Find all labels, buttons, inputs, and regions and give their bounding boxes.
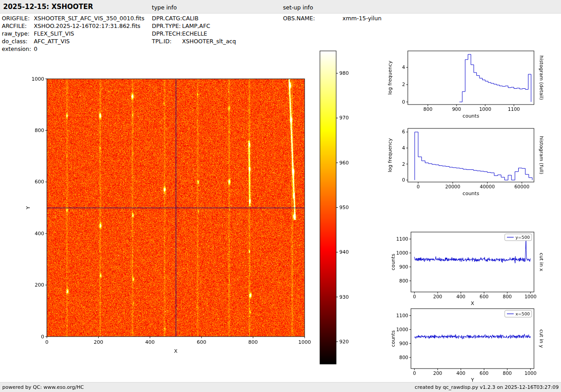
y-axis-label: log frequency: [387, 60, 393, 95]
x-tick-label: 0: [413, 294, 416, 299]
x-tick-label: 200: [94, 339, 103, 345]
right-axis-label: histogram (full): [538, 136, 544, 174]
x-tick-label: 1000: [479, 106, 491, 112]
type-info-block: DPR.CATG:CALIB DPR.TYPE:LAMP,AFC DPR.TEC…: [152, 14, 236, 45]
x-axis-label: counts: [463, 113, 479, 119]
footer-created-by: created by qc_rawdisp.py v1.2.3 on 2025-…: [415, 384, 559, 390]
y-tick-label: 2: [402, 161, 405, 167]
y-tick-label: 600: [35, 179, 44, 185]
plot-frame: [408, 128, 534, 182]
x-tick-label: 40000: [480, 184, 495, 189]
colorbar-tick-label: 980: [339, 70, 349, 76]
info-row: TPL.ID:XSHOOTER_slt_acq: [152, 37, 236, 45]
colorbar-tick-label: 920: [339, 339, 349, 345]
colorbar-canvas: [320, 51, 336, 364]
x-tick-label: 400: [456, 370, 465, 376]
x-tick-label: 900: [452, 106, 461, 112]
info-value: FLEX_SLIT_VIS: [34, 30, 74, 37]
y-tick-label: 900: [399, 341, 408, 346]
y-tick-label: 6: [402, 129, 405, 134]
info-label: extension:: [2, 45, 34, 53]
plot-frame: [411, 309, 534, 369]
x-tick-label: 0: [46, 339, 49, 345]
data-line: [415, 132, 532, 180]
info-row: ORIGFILE:XSHOOTER_SLT_AFC_VIS_350_0010.f…: [2, 14, 144, 22]
x-tick-label: 800: [503, 370, 512, 376]
info-row: DPR.TYPE:LAMP,AFC: [152, 22, 236, 30]
colorbar-tick-label: 940: [339, 249, 349, 255]
y-tick-label: 4: [402, 145, 405, 150]
info-label: ARCFILE:: [2, 22, 34, 30]
info-value: CALIB: [182, 14, 199, 22]
panel-cut_in_y: 0200400600800100080090010001100Ycountscu…: [390, 309, 544, 383]
info-row: do_class:AFC_ATT_VIS: [2, 37, 144, 45]
info-value: 0: [34, 45, 37, 53]
legend-box: [505, 234, 532, 241]
x-tick-label: 600: [479, 294, 488, 299]
info-value: XSHOOTER_slt_acq: [182, 37, 236, 45]
data-line: [415, 334, 531, 339]
info-label: do_class:: [2, 37, 34, 45]
info-row: extension:0: [2, 45, 144, 53]
y-tick-label: 1000: [32, 76, 44, 82]
x-tick-label: 0: [413, 370, 416, 376]
y-tick-label: 800: [399, 278, 408, 283]
x-tick-label: 0: [417, 184, 420, 189]
colorbar-tick-label: 950: [339, 205, 349, 210]
info-value: XSHOOTER_SLT_AFC_VIS_350_0010.fits: [34, 14, 144, 22]
colorbar-tick-label: 930: [339, 294, 349, 300]
qc-report-page: 2025-12-15: XSHOOTER type info set-up in…: [0, 0, 561, 392]
y-tick-label: 0: [41, 334, 44, 340]
x-tick-label: 600: [479, 370, 488, 376]
colorbar-tick-label: 960: [339, 160, 349, 166]
right-axis-label: histogram (detail): [538, 55, 544, 100]
info-label: OBS.NAME:: [283, 14, 342, 22]
file-info-block: ORIGFILE:XSHOOTER_SLT_AFC_VIS_350_0010.f…: [2, 14, 144, 53]
info-label: raw_type:: [2, 30, 34, 37]
info-value: LAMP,AFC: [182, 22, 210, 30]
x-tick-label: 600: [197, 339, 206, 345]
info-row: raw_type:FLEX_SLIT_VIS: [2, 30, 144, 37]
legend-label: y=500: [515, 235, 530, 240]
y-tick-label: 1100: [396, 236, 408, 242]
right-axis-label: cut in x: [538, 253, 544, 271]
setup-info-heading: set-up info: [283, 4, 313, 11]
x-tick-label: 800: [248, 339, 258, 345]
panel-histogram_detail: 80090010001100024countslog frequencyhist…: [387, 51, 544, 119]
data-line: [415, 241, 531, 263]
x-tick-label: 20000: [445, 184, 460, 189]
info-value: ECHELLE: [182, 30, 207, 37]
x-axis-label: X: [471, 301, 474, 306]
raw-image-canvas: [47, 79, 305, 337]
y-tick-label: 1100: [396, 313, 408, 318]
x-tick-label: 60000: [514, 184, 529, 189]
y-axis-label: counts: [390, 330, 396, 347]
x-tick-label: 1000: [298, 339, 311, 345]
info-label: DPR.TYPE:: [152, 22, 182, 30]
x-tick-label: 200: [433, 294, 442, 299]
x-tick-label: 1100: [508, 106, 520, 112]
x-tick-label: 400: [456, 294, 465, 299]
setup-info-block: OBS.NAME:xmm-15-yilun: [283, 14, 382, 22]
data-line: [460, 55, 531, 102]
type-info-heading: type info: [152, 4, 177, 11]
legend-box: [505, 310, 532, 317]
x-tick-label: 1000: [525, 294, 537, 299]
x-tick-label: 800: [503, 294, 512, 299]
info-label: ORIGFILE:: [2, 14, 34, 22]
legend-label: x=500: [515, 311, 530, 316]
y-tick-label: 800: [399, 355, 408, 360]
info-row: ARCFILE:XSHOO.2025-12-16T02:17:31.862.fi…: [2, 22, 144, 30]
y-axis-label: counts: [390, 254, 396, 270]
x-tick-label: 1000: [525, 370, 537, 376]
info-label: DPR.TECH:: [152, 30, 182, 37]
y-tick-label: 900: [399, 264, 408, 269]
info-value: AFC_ATT_VIS: [34, 37, 70, 45]
x-axis-label: counts: [463, 191, 479, 196]
y-tick-label: 0: [402, 177, 405, 182]
y-axis-label: log frequency: [387, 138, 393, 172]
y-tick-label: 200: [35, 282, 44, 288]
y-tick-label: 1000: [396, 327, 408, 332]
info-row: DPR.CATG:CALIB: [152, 14, 236, 22]
info-label: DPR.CATG:: [152, 14, 182, 22]
